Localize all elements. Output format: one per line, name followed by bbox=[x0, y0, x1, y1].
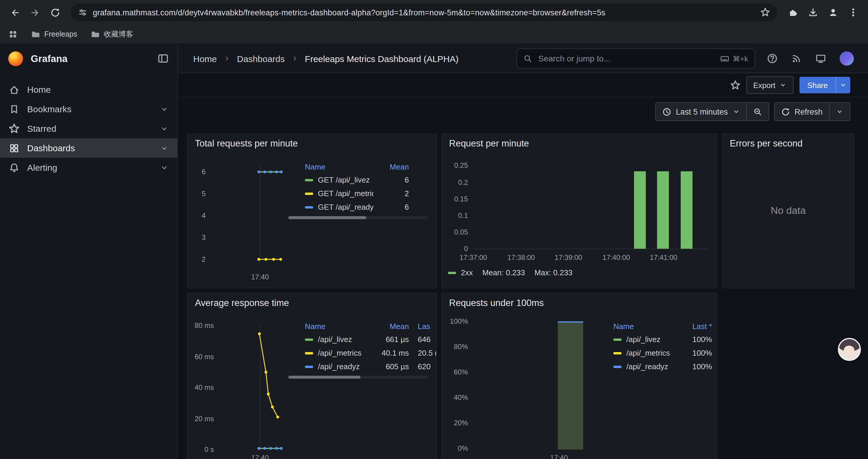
share-label: Share bbox=[807, 80, 828, 90]
series-last: 20.5 r bbox=[418, 349, 436, 357]
refresh-interval-button[interactable] bbox=[829, 103, 850, 121]
legend: 2xx Mean: 0.233 Max: 0.233 bbox=[448, 268, 572, 277]
panel-title[interactable]: Errors per second bbox=[730, 138, 802, 149]
breadcrumb-separator-icon bbox=[223, 55, 230, 62]
search-box[interactable]: ⌘+k bbox=[517, 48, 755, 68]
series-swatch-blue bbox=[305, 206, 313, 208]
user-avatar[interactable] bbox=[840, 52, 854, 66]
url-bar[interactable]: grafana.mathmast.com/d/deytv4rwavabkb/fr… bbox=[71, 4, 777, 21]
assistant-avatar[interactable] bbox=[838, 338, 861, 361]
sidebar-item-dashboards[interactable]: Dashboards bbox=[0, 138, 177, 158]
back-button[interactable] bbox=[6, 4, 24, 21]
time-controls-bar: Last 5 minutes Refresh bbox=[178, 97, 868, 126]
series-swatch-yellow bbox=[305, 192, 313, 195]
legend-row[interactable]: GET /api/_metrics 2 bbox=[305, 187, 409, 200]
search-shortcut: ⌘+k bbox=[720, 54, 748, 63]
legend-header-last[interactable]: Last * bbox=[682, 322, 712, 330]
help-icon[interactable] bbox=[767, 53, 778, 64]
forward-button[interactable] bbox=[26, 4, 44, 21]
refresh-button[interactable]: Refresh bbox=[774, 103, 829, 121]
sidebar-item-alerting[interactable]: Alerting bbox=[0, 158, 177, 177]
rss-icon[interactable] bbox=[791, 53, 802, 64]
sidebar-item-label: Starred bbox=[27, 124, 56, 133]
time-range-label: Last 5 minutes bbox=[676, 107, 728, 116]
scrollbar-thumb[interactable] bbox=[288, 376, 361, 379]
sidebar-item-bookmarks[interactable]: Bookmarks bbox=[0, 99, 177, 119]
breadcrumb-dashboards[interactable]: Dashboards bbox=[237, 54, 285, 64]
legend-row[interactable]: GET /api/_livez 6 bbox=[305, 173, 409, 187]
panel-title[interactable]: Requests under 100ms bbox=[449, 298, 544, 308]
zoom-out-button[interactable] bbox=[746, 103, 769, 121]
legend-row[interactable]: GET /api/_readyz 6 bbox=[305, 200, 409, 214]
chevron-down-icon bbox=[780, 81, 787, 89]
bookmark-folder-label: 收藏博客 bbox=[104, 29, 133, 39]
sidebar-menu: Home Bookmarks Starred Dashboards bbox=[0, 73, 177, 177]
legend-row[interactable]: /api/_readyz 100% bbox=[613, 360, 712, 373]
scrollbar-thumb[interactable] bbox=[288, 216, 366, 219]
search-input[interactable] bbox=[537, 53, 716, 64]
sidebar-item-home[interactable]: Home bbox=[0, 80, 177, 99]
export-label: Export bbox=[753, 80, 775, 90]
menu-button[interactable] bbox=[844, 4, 862, 21]
star-icon bbox=[9, 123, 20, 134]
legend-table: Name Mean GET /api/_livez 6 GET /api/_me… bbox=[305, 160, 409, 214]
series-name: /api/_metrics bbox=[318, 349, 372, 357]
breadcrumb-home[interactable]: Home bbox=[193, 54, 217, 64]
profile-button[interactable] bbox=[824, 4, 842, 21]
export-button[interactable]: Export bbox=[746, 76, 794, 94]
grafana-logo-icon[interactable] bbox=[8, 51, 23, 66]
panel-title[interactable]: Total requests per minute bbox=[195, 138, 298, 149]
bookmark-folder-blogs[interactable]: 收藏博客 bbox=[90, 29, 133, 39]
apps-grid-icon[interactable] bbox=[8, 30, 18, 39]
legend-header-mean[interactable]: Mean bbox=[372, 322, 409, 330]
legend-header-mean[interactable]: Mean bbox=[373, 162, 409, 171]
legend-header-name[interactable]: Name bbox=[305, 162, 373, 171]
breadcrumb-separator-icon bbox=[291, 55, 299, 62]
panel-title[interactable]: Request per minute bbox=[449, 138, 529, 149]
chevron-down-icon bbox=[733, 108, 740, 115]
x-tick: 17:38:00 bbox=[502, 254, 540, 262]
legend-header-name[interactable]: Name bbox=[305, 322, 372, 330]
chevron-down-icon bbox=[160, 144, 168, 152]
collapse-sidebar-icon[interactable] bbox=[157, 53, 169, 64]
legend-row[interactable]: /api/_livez 100% bbox=[613, 333, 712, 346]
reload-icon bbox=[50, 7, 60, 18]
time-range-picker[interactable]: Last 5 minutes bbox=[656, 103, 746, 121]
legend-item-2xx[interactable]: 2xx bbox=[448, 268, 473, 277]
series-last: 646 bbox=[418, 335, 436, 344]
chevron-down-icon bbox=[160, 124, 168, 133]
reload-button[interactable] bbox=[46, 4, 64, 21]
x-tick: 17:40 bbox=[541, 454, 577, 459]
share-menu-button[interactable] bbox=[836, 77, 850, 93]
home-icon bbox=[9, 84, 20, 95]
display-icon[interactable] bbox=[815, 53, 826, 64]
bookmark-folder-freeleaps[interactable]: Freeleaps bbox=[31, 30, 77, 39]
download-icon bbox=[808, 7, 818, 18]
star-icon bbox=[730, 80, 740, 90]
dashboard-actions-bar: Export Share bbox=[178, 73, 868, 97]
legend-row[interactable]: /api/_metrics 100% bbox=[613, 346, 712, 360]
zoom-out-icon bbox=[753, 107, 762, 116]
legend-scrollbar[interactable] bbox=[288, 216, 428, 219]
extensions-button[interactable] bbox=[784, 4, 802, 21]
sidebar-item-starred[interactable]: Starred bbox=[0, 119, 177, 138]
panel-title[interactable]: Average response time bbox=[195, 298, 289, 308]
legend-header-last[interactable]: Las bbox=[418, 322, 436, 330]
y-tick: 20% bbox=[443, 419, 468, 427]
downloads-button[interactable] bbox=[804, 4, 822, 21]
favorite-dashboard-button[interactable] bbox=[730, 80, 740, 90]
app-header: Home Dashboards Freeleaps Metrics Dashbo… bbox=[178, 44, 868, 73]
series-mean: Mean: 0.233 bbox=[482, 268, 525, 277]
legend-header-name[interactable]: Name bbox=[613, 322, 682, 330]
x-tick: 17:40 bbox=[242, 273, 278, 281]
sidebar-header: Grafana bbox=[0, 44, 177, 73]
share-button[interactable]: Share bbox=[800, 77, 836, 93]
bookmark-star-icon[interactable] bbox=[761, 8, 770, 17]
legend-row[interactable]: /api/_readyz 605 µs 620 bbox=[305, 360, 436, 373]
legend-scrollbar[interactable] bbox=[288, 376, 428, 379]
legend-row[interactable]: /api/_metrics 40.1 ms 20.5 r bbox=[305, 346, 436, 360]
legend-row[interactable]: /api/_livez 661 µs 646 bbox=[305, 333, 436, 346]
y-tick: 100% bbox=[443, 317, 468, 326]
bookmark-icon bbox=[9, 104, 20, 114]
bookmarks-bar: Freeleaps 收藏博客 bbox=[0, 25, 868, 44]
